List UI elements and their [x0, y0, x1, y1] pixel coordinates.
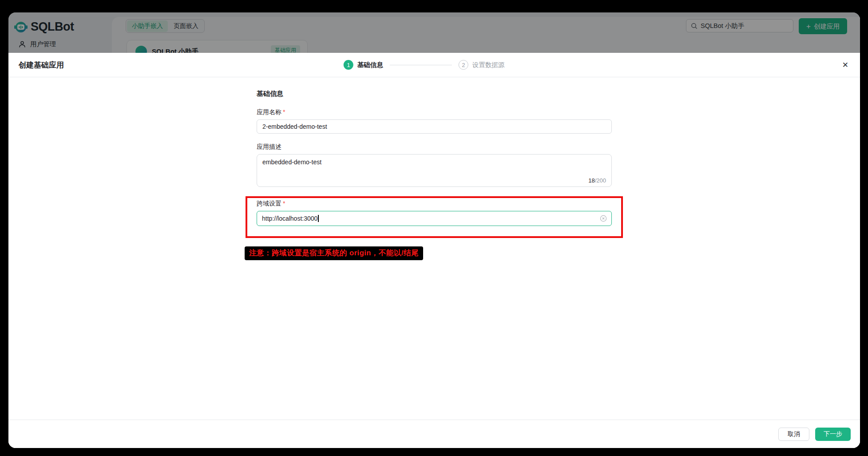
stepper: 1 基础信息 2 设置数据源 — [344, 60, 505, 70]
step-1-indicator: 1 — [344, 60, 353, 70]
annotation-red-box: 跨域设置* http://localhost:3000 — [246, 196, 623, 238]
step-connector-line — [390, 65, 452, 65]
step-datasource: 2 设置数据源 — [459, 60, 505, 70]
form-section-title: 基础信息 — [257, 90, 612, 98]
clear-input-icon[interactable] — [600, 215, 607, 222]
cors-input-value: http://localhost:3000 — [262, 215, 317, 222]
next-step-button[interactable]: 下一步 — [815, 428, 851, 441]
cors-input[interactable]: http://localhost:3000 — [257, 211, 612, 226]
app-description-field: 应用描述 embedded-demo-test 18/200 — [257, 143, 612, 187]
char-counter: 18/200 — [588, 177, 606, 184]
cors-label: 跨域设置* — [257, 200, 612, 208]
modal-title: 创建基础应用 — [19, 60, 64, 70]
text-cursor — [318, 215, 319, 222]
app-name-input[interactable] — [257, 119, 612, 134]
modal-header: 创建基础应用 1 基础信息 2 设置数据源 ✕ — [8, 53, 860, 77]
app-description-textarea-wrap: embedded-demo-test 18/200 — [257, 154, 612, 187]
app-description-label: 应用描述 — [257, 143, 612, 151]
cancel-button[interactable]: 取消 — [778, 428, 809, 441]
app-description-textarea[interactable]: embedded-demo-test — [257, 155, 611, 178]
step-1-label: 基础信息 — [357, 61, 383, 69]
basic-info-form: 基础信息 应用名称* 应用描述 embedded-demo-test 18/20… — [257, 77, 612, 260]
step-2-label: 设置数据源 — [472, 61, 505, 69]
step-basic-info: 1 基础信息 — [344, 60, 383, 70]
step-2-indicator: 2 — [459, 60, 468, 70]
required-asterisk: * — [283, 108, 285, 115]
modal-footer: 取消 下一步 — [8, 420, 860, 448]
annotation-note: 注意：跨域设置是宿主系统的 origin，不能以/结尾 — [245, 246, 423, 260]
create-app-modal: 创建基础应用 1 基础信息 2 设置数据源 ✕ 基础信息 应用名称* 应用描述 — [8, 53, 860, 448]
close-icon[interactable]: ✕ — [842, 61, 848, 69]
app-name-label: 应用名称* — [257, 108, 612, 116]
app-name-field: 应用名称* — [257, 108, 612, 134]
required-asterisk: * — [283, 200, 285, 207]
